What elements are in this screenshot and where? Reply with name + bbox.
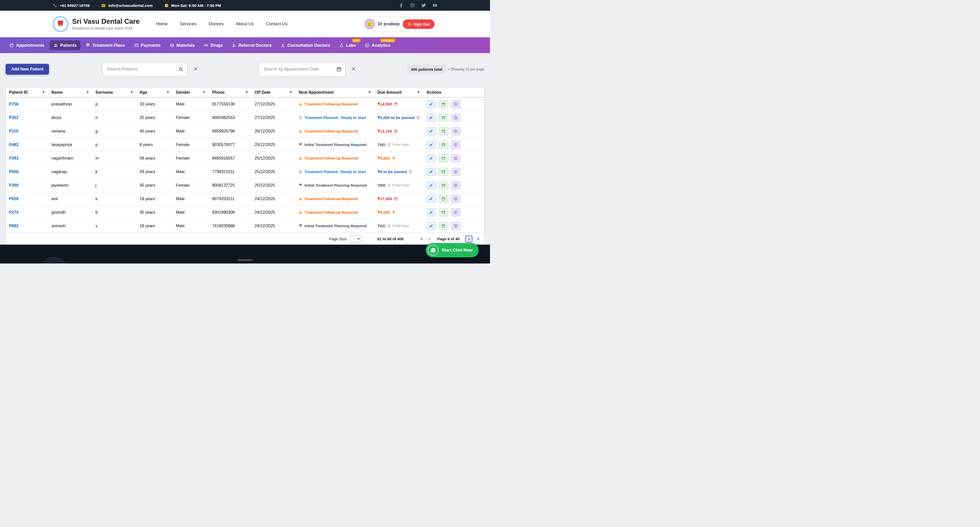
edit-button[interactable] [426,154,436,162]
filter-icon[interactable] [202,91,206,94]
start-chat-button[interactable]: Start Chat Now [426,243,479,257]
filter-icon[interactable] [42,91,45,94]
appointment-button[interactable] [439,181,449,189]
filter-icon[interactable] [289,91,293,94]
nav-item-appointments[interactable]: Appointments [6,40,48,50]
appointment-button[interactable] [439,195,449,203]
appointment-button[interactable] [439,114,449,122]
appointment-button[interactable] [439,141,449,149]
billing-button[interactable] [451,222,461,230]
first-page-button[interactable] [420,237,424,241]
nav-item-consultation-doctors[interactable]: Consultation Doctors [277,40,334,50]
billing-button[interactable] [451,141,461,149]
pencil-icon [429,183,433,187]
edit-button[interactable] [426,168,436,176]
column-header-age[interactable]: Age [137,88,173,97]
patient-id-link[interactable]: P656 [9,170,18,174]
nav-item-payments[interactable]: Payments [130,40,165,50]
appointment-button[interactable] [439,222,449,230]
column-header-due-amount[interactable]: Due Amount [374,88,423,97]
billing-button[interactable] [451,195,461,203]
next-page-button[interactable] [465,236,473,242]
edit-button[interactable] [426,114,436,122]
column-header-actions[interactable]: Actions [423,88,484,97]
clear-patient-search-button[interactable]: ✕ [193,66,198,72]
instagram-icon[interactable] [410,3,415,8]
nav-item-materials[interactable]: Materials [166,40,199,50]
patient-id-link[interactable]: P274 [9,210,18,215]
appointment-button[interactable] [439,127,449,135]
last-page-button[interactable] [476,237,480,241]
table-row: P482 lasayapriya p 8 years Female 903057… [6,138,484,151]
topbar: +91 94927 18709 info@srivasudental.com M… [0,0,490,11]
add-new-patient-button[interactable]: Add New Patient [6,64,49,75]
billing-button[interactable] [451,100,461,108]
filter-icon[interactable] [417,91,420,94]
patient-id-link[interactable]: P756 [9,102,18,106]
appointment-button[interactable] [439,168,449,176]
nav-item-drugs[interactable]: Drugs [200,40,227,50]
billing-button[interactable] [451,114,461,122]
column-header-next-appointment[interactable]: Next Appointment [296,88,374,97]
edit-button[interactable] [426,127,436,135]
due-amount: ₹17,000 [377,197,392,201]
cell-gender: Female [173,178,209,192]
nav-item-labs[interactable]: LabsPRO [336,40,360,50]
filter-icon[interactable] [166,91,170,94]
column-header-surname[interactable]: Surname [92,88,137,97]
clear-date-search-button[interactable]: ✕ [351,66,356,72]
email-contact[interactable]: info@srivasudental.com [101,3,153,8]
column-header-phone[interactable]: Phone [209,88,251,97]
patient-id-link[interactable]: P393 [9,156,18,160]
filter-icon[interactable] [86,91,89,94]
column-header-gender[interactable]: Gender [173,88,209,97]
billing-button[interactable] [451,127,461,135]
patient-id-link[interactable]: P026 [9,197,18,201]
nav-item-analytics[interactable]: AnalyticsPREMIUM [361,40,394,50]
billing-button[interactable] [451,181,461,189]
column-header-patient-id[interactable]: Patient ID [6,88,48,97]
cell-age: 45 years [137,178,173,192]
filter-icon[interactable] [368,91,371,94]
billing-button[interactable] [451,209,461,217]
calendar-icon[interactable] [336,67,342,72]
cell-gender: Male [173,97,209,111]
nav-item-treatment-plans[interactable]: Treatment Plans [82,40,129,50]
sign-out-button[interactable]: Sign Out [403,19,435,29]
facebook-icon[interactable] [399,3,404,8]
edit-button[interactable] [426,181,436,189]
patient-id-link[interactable]: P352 [9,115,18,120]
youtube-icon[interactable] [433,3,437,8]
appointment-date-input[interactable] [259,62,345,76]
nav-item-patients[interactable]: Patients [50,40,80,50]
page-size-select[interactable] [350,236,362,242]
search-patients-input[interactable] [102,62,188,76]
patient-id-link[interactable]: P110 [9,129,18,133]
edit-button[interactable] [426,100,436,108]
edit-button[interactable] [426,222,436,230]
nav-link-doctors[interactable]: Doctors [209,21,224,27]
nav-link-contact-us[interactable]: Contact Us [266,21,287,27]
nav-item-referral-doctors[interactable]: Referral Doctors [228,40,275,50]
phone-contact[interactable]: +91 94927 18709 [53,3,89,8]
edit-button[interactable] [426,141,436,149]
column-header-op-date[interactable]: OP Date [251,88,296,97]
nav-link-home[interactable]: Home [156,21,167,27]
billing-button[interactable] [451,168,461,176]
appointment-button[interactable] [439,154,449,162]
patient-id-link[interactable]: P682 [9,224,18,228]
filter-icon[interactable] [130,91,134,94]
patient-id-link[interactable]: P482 [9,142,18,147]
filter-icon[interactable] [245,91,248,94]
appointment-button[interactable] [439,209,449,217]
column-header-name[interactable]: Name [48,88,93,97]
twitter-icon[interactable] [422,3,426,8]
nav-link-about-us[interactable]: About Us [236,21,254,27]
billing-button[interactable] [451,154,461,162]
nav-link-services[interactable]: Services [180,21,196,27]
patient-id-link[interactable]: P390 [9,183,18,188]
appointment-button[interactable] [439,100,449,108]
prev-page-button[interactable] [428,237,431,241]
edit-button[interactable] [426,195,436,203]
edit-button[interactable] [426,209,436,217]
